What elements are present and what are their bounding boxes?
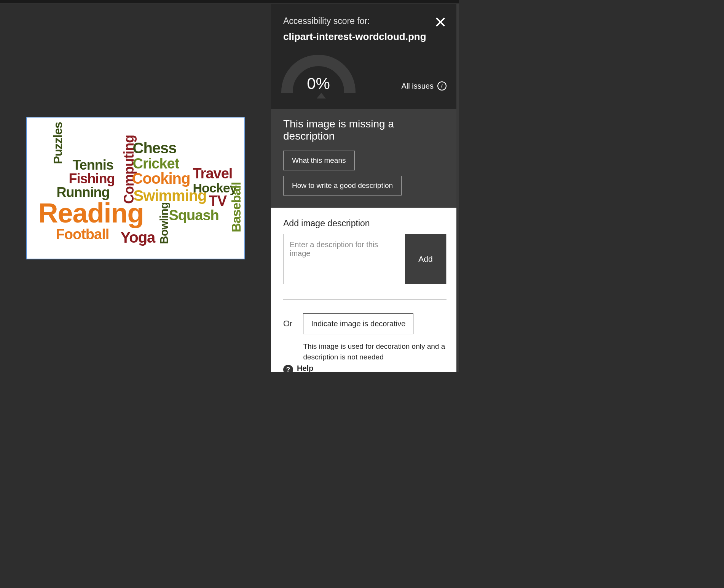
wordcloud-word: Reading xyxy=(38,197,144,229)
wordcloud-image: PuzzlesComputingChessTennisCricketFishin… xyxy=(34,124,238,252)
issue-section: This image is missing a description What… xyxy=(271,109,459,208)
image-viewer: PuzzlesComputingChessTennisCricketFishin… xyxy=(0,4,271,372)
score-gauge: 0% xyxy=(281,55,356,93)
or-row: Or Indicate image is decorative This ima… xyxy=(283,313,447,362)
top-bar xyxy=(0,0,459,4)
help-row[interactable]: ? Help xyxy=(271,364,459,372)
how-to-write-button[interactable]: How to write a good description xyxy=(283,176,402,195)
decorative-hint: This image is used for decoration only a… xyxy=(303,341,447,362)
issue-title: This image is missing a description xyxy=(283,118,447,142)
wordcloud-word: Cooking xyxy=(132,170,190,187)
wordcloud-word: Cricket xyxy=(133,156,179,172)
accessibility-panel: Accessibility score for: clipart-interes… xyxy=(271,4,459,372)
description-input[interactable] xyxy=(284,234,405,284)
gauge-value: 0% xyxy=(281,75,356,93)
indicate-decorative-button[interactable]: Indicate image is decorative xyxy=(303,313,413,334)
description-label: Add image description xyxy=(283,218,447,229)
add-button[interactable]: Add xyxy=(405,234,446,284)
scrollbar[interactable] xyxy=(456,4,459,372)
wordcloud-word: Squash xyxy=(169,207,219,224)
all-issues-link[interactable]: All issues i xyxy=(402,81,447,93)
wordcloud-word: Travel xyxy=(193,165,233,182)
wordcloud-word: Puzzles xyxy=(51,122,65,164)
close-icon[interactable] xyxy=(434,16,447,28)
score-label: Accessibility score for: xyxy=(283,16,447,26)
gauge-pointer xyxy=(317,93,326,99)
wordcloud-word: Football xyxy=(56,226,109,243)
wordcloud-word: Yoga xyxy=(121,229,155,246)
wordcloud-word: Bowling xyxy=(158,202,171,244)
image-frame[interactable]: PuzzlesComputingChessTennisCricketFishin… xyxy=(26,117,245,259)
decorative-column: Indicate image is decorative This image … xyxy=(303,313,447,362)
wordcloud-word: Chess xyxy=(133,140,177,157)
help-icon: ? xyxy=(283,365,293,372)
panel-header: Accessibility score for: clipart-interes… xyxy=(271,4,459,109)
filename: clipart-interest-wordcloud.png xyxy=(283,31,447,43)
help-label: Help xyxy=(297,364,313,372)
description-input-row: Add xyxy=(283,234,447,284)
main-container: PuzzlesComputingChessTennisCricketFishin… xyxy=(0,4,459,372)
what-this-means-button[interactable]: What this means xyxy=(283,151,355,170)
all-issues-label: All issues xyxy=(402,82,434,91)
gauge-row: 0% All issues i xyxy=(283,55,447,93)
description-section: Add image description Add Or Indicate im… xyxy=(271,208,459,372)
wordcloud-word: Baseball xyxy=(229,182,244,232)
info-icon: i xyxy=(437,81,447,91)
or-label: Or xyxy=(283,313,292,329)
divider xyxy=(283,299,447,300)
wordcloud-word: TV xyxy=(209,193,227,209)
